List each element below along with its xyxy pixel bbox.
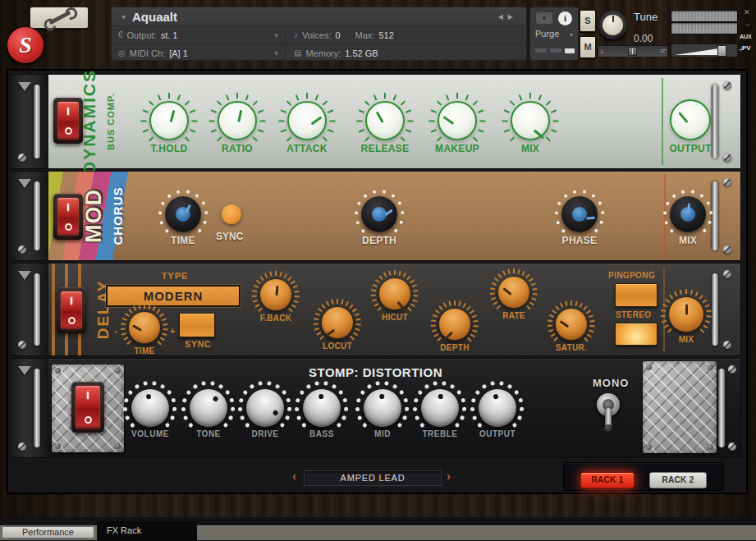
delay-module: DELAY TYPE MODERN TIME - + SYNC F.BACK L… [10,263,741,356]
screw-icon [723,154,731,162]
view-size-small-button[interactable] [535,48,547,53]
pv-button[interactable]: PV [742,44,751,52]
ratio-knob[interactable]: RATIO [218,101,257,140]
delay-power-switch[interactable] [57,287,86,333]
info-icon[interactable]: i [558,11,572,25]
thold-knob[interactable]: T.HOLD [149,101,189,140]
rack2-button[interactable]: RACK 2 [649,472,707,488]
instrument-title[interactable]: Aquaalt [132,10,177,24]
midi-channel-select[interactable]: ◎ MIDI Ch: [A] 1 ▾ [112,44,286,62]
stomp-bass-knob[interactable]: BASS [303,389,341,427]
output-icon: € [118,30,123,39]
release-knob[interactable]: RELEASE [365,101,405,140]
delay-feedback-knob[interactable]: F.BACK [259,278,292,311]
minimize-icon[interactable]: − [745,21,749,29]
toggle-lever [605,408,612,429]
rack1-button[interactable]: RACK 1 [580,472,635,488]
collapse-arrow-icon[interactable] [18,271,31,280]
stomp-drive-knob[interactable]: DRIVE [246,389,284,427]
level-meter-right [671,22,738,34]
dropdown-arrow-icon: ▾ [274,49,278,57]
aux-button[interactable]: AUX [740,34,752,39]
delay-type-select[interactable]: MODERN [106,285,241,307]
stomp-tone-knob[interactable]: TONE [190,389,227,427]
brand-logo: S [7,27,44,63]
chevron-down-icon[interactable]: ▾ [121,12,126,21]
dynamics-power-switch[interactable] [53,98,83,144]
pingpong-button[interactable] [615,283,657,307]
chorus-mix-knob[interactable]: MIX [670,196,706,232]
chorus-sync-button[interactable] [222,204,241,224]
pan-handle[interactable] [628,47,637,56]
tune-knob[interactable] [598,11,627,39]
delay-depth-knob[interactable]: DEPTH [438,308,471,341]
delay-time-knob[interactable]: TIME [128,311,161,344]
dynamics-mix-knob[interactable]: MIX [511,101,550,140]
snapshot-camera-icon[interactable] [536,12,552,24]
screw-icon [728,442,736,451]
knob-label: RELEASE [361,143,410,154]
pan-slider[interactable]: L R [598,45,668,57]
screw-icon [723,81,731,89]
attack-knob[interactable]: ATTACK [287,101,327,140]
screw-icon [18,154,26,162]
chorus-module: MOD CHORUS TIME SYNC DEPTH PHASE MIX [10,171,741,261]
midi-icon: ◎ [118,48,126,57]
knob-label: RATE [502,311,525,320]
max-label: Max: [355,30,375,40]
chorus-time-knob[interactable]: TIME [165,196,201,232]
stomp-treble-knob[interactable]: TREBLE [421,389,459,427]
preset-selector[interactable]: AMPED LEAD [304,470,442,486]
delay-time-plus-label: + [170,326,175,336]
volume-handle[interactable] [717,45,726,57]
stomp-power-switch[interactable] [71,382,104,433]
knob-label: HICUT [382,313,408,322]
stereo-button[interactable] [615,323,657,346]
dynamics-output-knob[interactable]: OUTPUT [670,99,711,140]
stomp-module: STOMP: DISTORTION VOLUME TONE DRIVE BASS… [10,358,741,458]
purge-menu[interactable]: Purge [535,29,559,39]
collapse-arrow-icon[interactable] [18,179,31,188]
delay-rate-knob[interactable]: RATE [497,276,530,309]
knob-label: TIME [134,346,154,355]
chorus-power-switch[interactable] [53,194,83,240]
delay-time-minus-label: - [114,326,117,336]
close-icon[interactable]: ✕ [744,8,750,16]
right-rail [712,273,718,346]
view-size-large-button[interactable] [565,48,575,53]
view-size-medium-button[interactable] [550,48,561,53]
stomp-volume-knob[interactable]: VOLUME [131,389,169,427]
right-rail [712,181,718,250]
edit-wrench-button[interactable] [30,7,89,29]
tab-performance[interactable]: Performance [2,526,94,539]
left-rail [34,273,40,346]
memory-label: Memory: [305,48,341,58]
section-divider [662,78,663,165]
chorus-phase-knob[interactable]: PHASE [561,196,598,232]
mute-button[interactable]: M [580,36,596,58]
screw-icon [18,442,26,451]
delay-sync-button[interactable] [179,313,215,337]
volume-slider[interactable] [671,44,738,57]
knob-label: LOCUT [323,342,352,351]
delay-saturation-knob[interactable]: SATUR. [555,308,588,341]
mono-toggle[interactable] [595,392,621,436]
knob-label: SATUR. [556,343,587,352]
tab-fx-rack[interactable]: FX Rack [97,521,197,541]
pingpong-label: PINGPONG [608,271,655,280]
chorus-depth-knob[interactable]: DEPTH [361,196,397,232]
stomp-mid-knob[interactable]: MID [364,389,401,427]
solo-button[interactable]: S [580,10,596,32]
instrument-nav-arrows[interactable]: ◀▶ [498,13,518,21]
preset-next-button[interactable]: › [447,469,451,483]
delay-mix-knob[interactable]: MIX [668,296,704,332]
stomp-output-knob[interactable]: OUTPUT [479,389,516,427]
output-select[interactable]: € Output: st. 1 ▾ [112,26,286,44]
delay-hicut-knob[interactable]: HICUT [378,277,411,310]
collapse-arrow-icon[interactable] [18,82,31,91]
preset-prev-button[interactable]: ‹ [292,469,296,483]
delay-locut-knob[interactable]: LOCUT [321,306,354,339]
knob-label: F.BACK [260,314,291,323]
left-rail [34,85,40,158]
makeup-knob[interactable]: MAKEUP [438,101,477,140]
